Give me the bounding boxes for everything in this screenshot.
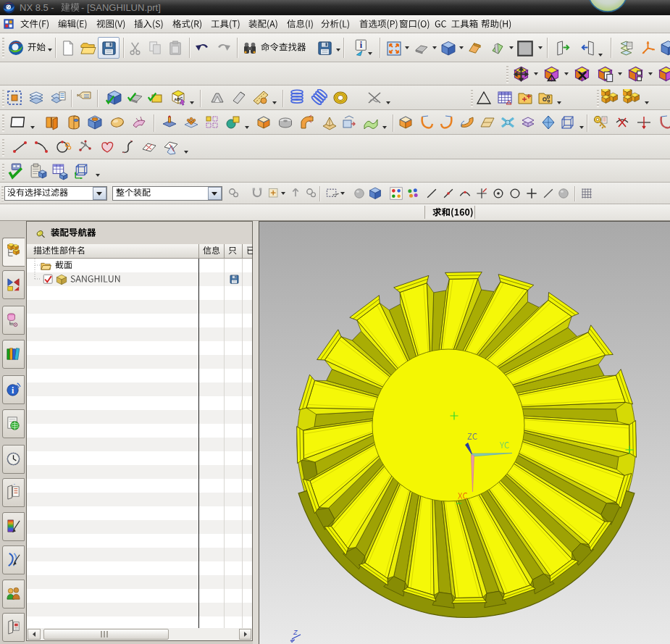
svg-text:Z: Z	[293, 629, 298, 636]
